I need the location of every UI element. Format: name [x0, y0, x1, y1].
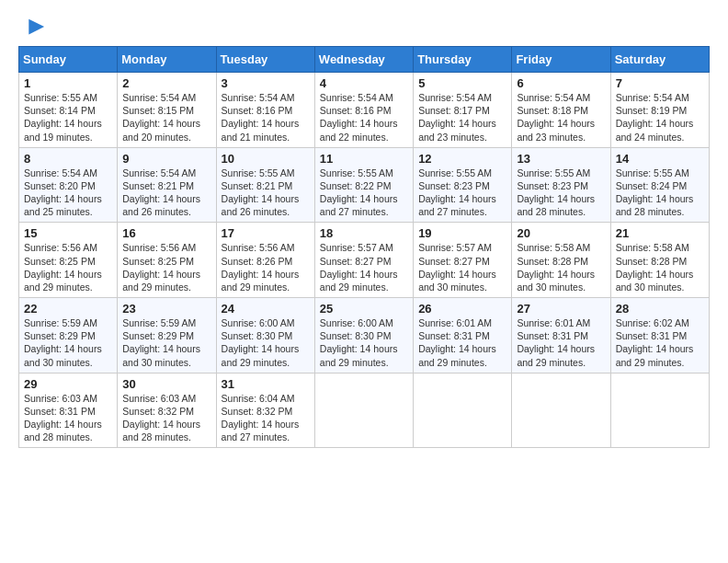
weekday-header-sunday: Sunday — [19, 47, 118, 73]
calendar-cell: 24 Sunrise: 6:00 AMSunset: 8:30 PMDaylig… — [216, 298, 314, 373]
calendar-cell: 12 Sunrise: 5:55 AMSunset: 8:23 PMDaylig… — [414, 147, 512, 223]
weekday-header-friday: Friday — [512, 47, 610, 73]
day-info: Sunrise: 5:56 AMSunset: 8:26 PMDaylight:… — [222, 242, 300, 293]
header — [18, 15, 710, 40]
calendar-cell: 11 Sunrise: 5:55 AMSunset: 8:22 PMDaylig… — [314, 147, 413, 223]
day-info: Sunrise: 5:56 AMSunset: 8:25 PMDaylight:… — [24, 242, 102, 293]
day-number: 14 — [616, 152, 704, 166]
calendar-week-5: 29 Sunrise: 6:03 AMSunset: 8:31 PMDaylig… — [19, 373, 710, 448]
day-info: Sunrise: 5:54 AMSunset: 8:15 PMDaylight:… — [122, 92, 200, 143]
calendar-cell: 5 Sunrise: 5:54 AMSunset: 8:17 PMDayligh… — [414, 73, 512, 148]
day-number: 8 — [24, 152, 112, 166]
day-number: 24 — [222, 302, 310, 316]
calendar-cell: 20 Sunrise: 5:58 AMSunset: 8:28 PMDaylig… — [512, 223, 610, 298]
day-number: 27 — [517, 302, 605, 316]
day-number: 22 — [24, 302, 112, 316]
day-number: 6 — [517, 76, 605, 90]
day-number: 7 — [616, 76, 704, 90]
weekday-header-saturday: Saturday — [610, 47, 709, 73]
calendar-cell: 21 Sunrise: 5:58 AMSunset: 8:28 PMDaylig… — [610, 223, 709, 298]
day-number: 12 — [418, 152, 506, 166]
calendar-cell: 22 Sunrise: 5:59 AMSunset: 8:29 PMDaylig… — [19, 298, 118, 373]
day-number: 20 — [517, 226, 605, 240]
calendar-cell: 13 Sunrise: 5:55 AMSunset: 8:23 PMDaylig… — [512, 147, 610, 223]
calendar-cell: 25 Sunrise: 6:00 AMSunset: 8:30 PMDaylig… — [314, 298, 413, 373]
day-info: Sunrise: 5:55 AMSunset: 8:21 PMDaylight:… — [222, 167, 300, 218]
day-info: Sunrise: 5:54 AMSunset: 8:21 PMDaylight:… — [122, 167, 200, 218]
day-number: 28 — [616, 302, 704, 316]
day-info: Sunrise: 5:54 AMSunset: 8:16 PMDaylight:… — [320, 92, 398, 143]
calendar-cell: 4 Sunrise: 5:54 AMSunset: 8:16 PMDayligh… — [314, 73, 413, 148]
day-number: 19 — [418, 226, 506, 240]
calendar-cell: 7 Sunrise: 5:54 AMSunset: 8:19 PMDayligh… — [610, 73, 709, 148]
svg-marker-0 — [28, 19, 44, 35]
day-info: Sunrise: 5:55 AMSunset: 8:23 PMDaylight:… — [418, 167, 496, 218]
day-number: 21 — [616, 226, 704, 240]
day-number: 23 — [122, 302, 210, 316]
day-number: 9 — [122, 152, 210, 166]
day-info: Sunrise: 6:00 AMSunset: 8:30 PMDaylight:… — [222, 317, 300, 368]
calendar-cell — [314, 373, 413, 448]
day-info: Sunrise: 6:02 AMSunset: 8:31 PMDaylight:… — [616, 317, 694, 368]
logo-icon — [20, 15, 46, 40]
day-info: Sunrise: 5:54 AMSunset: 8:20 PMDaylight:… — [24, 167, 102, 218]
calendar-cell: 17 Sunrise: 5:56 AMSunset: 8:26 PMDaylig… — [216, 223, 314, 298]
day-number: 1 — [24, 76, 112, 90]
calendar-week-3: 15 Sunrise: 5:56 AMSunset: 8:25 PMDaylig… — [19, 223, 710, 298]
calendar-cell: 23 Sunrise: 5:59 AMSunset: 8:29 PMDaylig… — [118, 298, 216, 373]
day-number: 31 — [222, 377, 310, 391]
calendar-cell: 6 Sunrise: 5:54 AMSunset: 8:18 PMDayligh… — [512, 73, 610, 148]
calendar-body: 1 Sunrise: 5:55 AMSunset: 8:14 PMDayligh… — [19, 73, 710, 448]
day-info: Sunrise: 5:56 AMSunset: 8:25 PMDaylight:… — [122, 242, 200, 293]
day-info: Sunrise: 6:01 AMSunset: 8:31 PMDaylight:… — [517, 317, 595, 368]
day-number: 3 — [222, 76, 310, 90]
day-info: Sunrise: 5:55 AMSunset: 8:22 PMDaylight:… — [320, 167, 398, 218]
day-info: Sunrise: 5:55 AMSunset: 8:24 PMDaylight:… — [616, 167, 694, 218]
day-number: 18 — [320, 226, 408, 240]
day-number: 26 — [418, 302, 506, 316]
calendar-cell — [610, 373, 709, 448]
calendar-table: SundayMondayTuesdayWednesdayThursdayFrid… — [18, 46, 710, 448]
calendar-cell: 9 Sunrise: 5:54 AMSunset: 8:21 PMDayligh… — [118, 147, 216, 223]
day-number: 4 — [320, 76, 408, 90]
day-number: 29 — [24, 377, 112, 391]
calendar-week-4: 22 Sunrise: 5:59 AMSunset: 8:29 PMDaylig… — [19, 298, 710, 373]
main-container: SundayMondayTuesdayWednesdayThursdayFrid… — [0, 0, 728, 457]
calendar-cell: 29 Sunrise: 6:03 AMSunset: 8:31 PMDaylig… — [19, 373, 118, 448]
day-info: Sunrise: 5:55 AMSunset: 8:23 PMDaylight:… — [517, 167, 595, 218]
weekday-header-thursday: Thursday — [414, 47, 512, 73]
day-info: Sunrise: 5:59 AMSunset: 8:29 PMDaylight:… — [24, 317, 102, 368]
day-number: 13 — [517, 152, 605, 166]
weekday-header-tuesday: Tuesday — [216, 47, 314, 73]
day-info: Sunrise: 5:59 AMSunset: 8:29 PMDaylight:… — [122, 317, 200, 368]
calendar-cell: 16 Sunrise: 5:56 AMSunset: 8:25 PMDaylig… — [118, 223, 216, 298]
calendar-cell: 15 Sunrise: 5:56 AMSunset: 8:25 PMDaylig… — [19, 223, 118, 298]
day-number: 5 — [418, 76, 506, 90]
day-number: 11 — [320, 152, 408, 166]
calendar-cell: 27 Sunrise: 6:01 AMSunset: 8:31 PMDaylig… — [512, 298, 610, 373]
day-info: Sunrise: 6:03 AMSunset: 8:32 PMDaylight:… — [122, 393, 200, 443]
calendar-cell: 31 Sunrise: 6:04 AMSunset: 8:32 PMDaylig… — [216, 373, 314, 448]
calendar-cell: 10 Sunrise: 5:55 AMSunset: 8:21 PMDaylig… — [216, 147, 314, 223]
day-info: Sunrise: 6:04 AMSunset: 8:32 PMDaylight:… — [222, 393, 300, 443]
calendar-cell: 18 Sunrise: 5:57 AMSunset: 8:27 PMDaylig… — [314, 223, 413, 298]
calendar-cell: 30 Sunrise: 6:03 AMSunset: 8:32 PMDaylig… — [118, 373, 216, 448]
logo — [18, 15, 46, 40]
day-info: Sunrise: 5:55 AMSunset: 8:14 PMDaylight:… — [24, 92, 102, 143]
calendar-cell — [512, 373, 610, 448]
calendar-cell: 26 Sunrise: 6:01 AMSunset: 8:31 PMDaylig… — [414, 298, 512, 373]
day-number: 16 — [122, 226, 210, 240]
day-info: Sunrise: 5:58 AMSunset: 8:28 PMDaylight:… — [517, 242, 595, 293]
calendar-week-1: 1 Sunrise: 5:55 AMSunset: 8:14 PMDayligh… — [19, 73, 710, 148]
day-info: Sunrise: 6:03 AMSunset: 8:31 PMDaylight:… — [24, 393, 102, 443]
calendar-cell: 2 Sunrise: 5:54 AMSunset: 8:15 PMDayligh… — [118, 73, 216, 148]
calendar-cell: 3 Sunrise: 5:54 AMSunset: 8:16 PMDayligh… — [216, 73, 314, 148]
weekday-header-wednesday: Wednesday — [314, 47, 413, 73]
calendar-cell: 28 Sunrise: 6:02 AMSunset: 8:31 PMDaylig… — [610, 298, 709, 373]
calendar-header-row: SundayMondayTuesdayWednesdayThursdayFrid… — [19, 47, 710, 73]
calendar-cell: 1 Sunrise: 5:55 AMSunset: 8:14 PMDayligh… — [19, 73, 118, 148]
calendar-cell — [414, 373, 512, 448]
day-info: Sunrise: 5:57 AMSunset: 8:27 PMDaylight:… — [320, 242, 398, 293]
day-info: Sunrise: 5:58 AMSunset: 8:28 PMDaylight:… — [616, 242, 694, 293]
day-info: Sunrise: 5:54 AMSunset: 8:16 PMDaylight:… — [222, 92, 300, 143]
